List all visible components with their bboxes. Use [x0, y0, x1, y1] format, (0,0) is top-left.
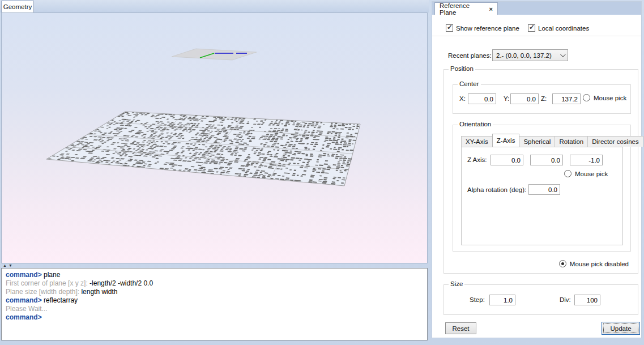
3d-scene [2, 13, 427, 263]
command-console[interactable]: command> plane First corner of plane [x … [1, 268, 428, 340]
reference-plane-panel: Reference Plane × Show reference plane L… [432, 1, 642, 338]
z-axis-tab-panel: Z Axis: Mouse pick Alpha rotation (deg): [461, 147, 623, 245]
z-axis-y-field[interactable] [530, 155, 563, 165]
local-coordinates-label: Local coordinates [538, 25, 589, 32]
z-axis-mouse-pick-radio[interactable]: Mouse pick [564, 170, 608, 177]
z-label: Z: [541, 95, 547, 102]
show-reference-plane-checkbox[interactable]: Show reference plane [446, 24, 519, 32]
console-line: command> plane [6, 271, 423, 279]
console-line: Please Wait... [6, 305, 423, 313]
reset-button[interactable]: Reset [445, 322, 476, 334]
tab-reference-plane-label: Reference Plane [440, 2, 485, 16]
z-axis-x-field[interactable] [491, 155, 523, 165]
size-group: Size Step: Div: [443, 284, 638, 315]
recent-planes-value: 2.- (0.0, 0.0, 137.2) [496, 52, 552, 59]
tab-xy-axis[interactable]: XY-Axis [461, 136, 493, 147]
tab-geometry-label: Geometry [3, 3, 32, 10]
z-axis-mouse-pick-label: Mouse pick [575, 171, 608, 177]
chevron-down-icon [560, 52, 566, 57]
checkbox-row: Show reference plane Local coordinates [432, 24, 641, 32]
x-label: X: [459, 95, 466, 102]
tab-spherical[interactable]: Spherical [519, 136, 555, 147]
tab-rotation[interactable]: Rotation [555, 136, 588, 147]
center-group: Center X: Y: Z: Mouse pick [453, 84, 631, 114]
left-tabstrip: Geometry [0, 0, 429, 12]
console-line: command> [6, 313, 423, 322]
tab-director-cosines[interactable]: Director cosines [587, 136, 643, 147]
div-field[interactable] [574, 295, 600, 305]
position-group-title: Position [449, 65, 475, 72]
checkbox-checked-icon[interactable] [446, 24, 453, 32]
z-axis-label: Z Axis: [467, 156, 487, 163]
alpha-rotation-label: Alpha rotation (deg): [467, 186, 526, 193]
orientation-tabstrip: XY-Axis Z-Axis Spherical Rotation Direct… [461, 134, 643, 147]
header-divider [432, 36, 641, 36]
console-line: Plane size [width depth]: length width [6, 288, 423, 296]
z-field[interactable] [552, 93, 581, 104]
radio-unselected-icon[interactable] [583, 94, 590, 101]
checkbox-checked-icon[interactable] [528, 24, 535, 32]
center-mouse-pick-radio[interactable]: Mouse pick [583, 94, 626, 101]
y-field[interactable] [510, 93, 539, 104]
step-label: Step: [470, 296, 485, 303]
console-line: First corner of plane [x y z]: -length/2… [6, 279, 423, 288]
close-icon[interactable]: × [489, 6, 493, 12]
recent-planes-label: Recent planes: [448, 52, 492, 59]
reference-plane [172, 49, 257, 60]
3d-viewport[interactable] [1, 12, 428, 263]
mouse-pick-disabled-label: Mouse pick disabled [570, 261, 629, 267]
console-line: command> reflectarray [6, 296, 423, 305]
tab-reference-plane[interactable]: Reference Plane × [434, 2, 498, 15]
radio-selected-icon[interactable] [559, 260, 566, 267]
update-button[interactable]: Update [602, 322, 640, 335]
center-group-title: Center [458, 80, 481, 87]
z-axis-z-field[interactable] [570, 155, 603, 165]
console-splitter[interactable]: ▲ ▼ [1, 263, 428, 268]
update-button-label: Update [610, 325, 631, 332]
show-reference-plane-label: Show reference plane [456, 25, 519, 32]
orientation-group: Orientation XY-Axis Z-Axis Spherical Rot… [453, 125, 631, 252]
position-group: Position Center X: Y: Z: Mouse pick Orie… [443, 69, 638, 274]
reset-button-label: Reset [452, 325, 469, 332]
local-coordinates-checkbox[interactable]: Local coordinates [528, 24, 589, 32]
radio-unselected-icon[interactable] [564, 170, 572, 177]
splitter-down-icon[interactable]: ▼ [8, 263, 12, 267]
alpha-rotation-field[interactable] [528, 184, 560, 195]
tab-z-axis[interactable]: Z-Axis [492, 134, 520, 147]
panel-tabstrip: Reference Plane × [432, 2, 641, 15]
center-mouse-pick-label: Mouse pick [594, 95, 626, 101]
splitter-up-icon[interactable]: ▲ [3, 263, 7, 267]
x-field[interactable] [468, 93, 496, 104]
mouse-pick-disabled-radio[interactable]: Mouse pick disabled [559, 260, 629, 267]
recent-planes-dropdown[interactable]: 2.- (0.0, 0.0, 137.2) [492, 49, 568, 61]
orientation-group-title: Orientation [458, 121, 493, 127]
div-label: Div: [560, 296, 571, 303]
y-label: Y: [504, 95, 509, 102]
tab-geometry[interactable]: Geometry [1, 1, 34, 12]
size-group-title: Size [449, 280, 464, 287]
step-field[interactable] [489, 295, 515, 305]
